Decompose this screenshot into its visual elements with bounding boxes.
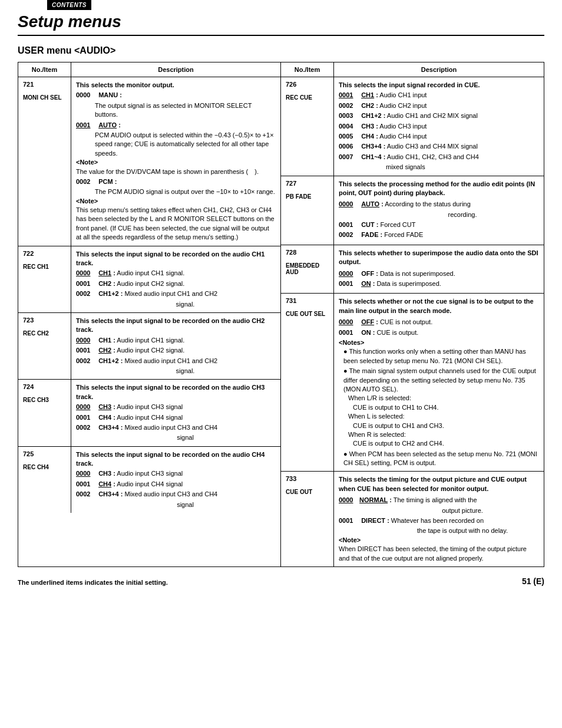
desc-731-note1: ● This function works only when a settin… — [339, 347, 539, 365]
desc-727-0000-cont: recording. — [386, 210, 539, 219]
desc-726-title: This selects the input signal recorded i… — [339, 81, 539, 90]
entry-727: 727 PB FADE This selects the processing … — [281, 176, 544, 245]
num-727: 727 — [286, 180, 329, 187]
entry-723: 723 REC CH2 This selects the input signa… — [18, 313, 280, 380]
desc-731-note2-l-text: CUE is output to CH1 and CH3. — [339, 421, 539, 430]
entry-722: 722 REC CH1 This selects the input signa… — [18, 246, 280, 313]
item-731: 731 CUE OUT SEL — [281, 294, 334, 471]
right-th-desc: Description — [334, 62, 544, 77]
desc-721-note1: <Note> — [76, 158, 276, 167]
code-725-0001: 0001 CH4 : Audio input CH4 signal — [76, 480, 276, 489]
page-title: Setup menus — [18, 12, 562, 31]
entry-728: 728 EMBEDDEDAUD This selects whether to … — [281, 245, 544, 294]
code-722-0000: 0000 CH1 : Audio input CH1 signal. — [76, 269, 276, 278]
code-726-0004: 0004 CH3 : Audio CH3 input — [339, 122, 539, 131]
label-726: REC CUE — [286, 88, 329, 101]
code-721-0002: 0002 PCM : — [76, 177, 276, 186]
code-722-0002: 0002 CH1+2 : Mixed audio input CH1 and C… — [76, 289, 276, 298]
desc-731-note3: ● When PCM has been selected as the setu… — [339, 450, 539, 468]
label-724: REC CH3 — [23, 390, 66, 403]
desc-724-title: This selects the input signal to be reco… — [76, 383, 276, 401]
desc-722: This selects the input signal to be reco… — [71, 246, 280, 312]
right-column: No./Item Description 726 REC CUE This se… — [281, 62, 544, 566]
code-723-0000: 0000 CH1 : Audio input CH1 signal. — [76, 336, 276, 345]
item-733: 733 CUE OUT — [281, 472, 334, 566]
desc-731-note2: ● The main signal system output channels… — [339, 367, 539, 394]
code-731-0000: 0000 OFF : CUE is not output. — [339, 318, 539, 327]
desc-721-manu: The output signal is as selected in MONI… — [95, 101, 276, 120]
desc-731-title: This selects whether or not the cue sign… — [339, 297, 539, 315]
desc-733-title: This selects the timing for the output p… — [339, 475, 539, 493]
code-725-0000: 0000 CH3 : Audio input CH3 signal — [76, 469, 276, 478]
desc-723: This selects the input signal to be reco… — [71, 313, 280, 379]
code-726-0002: 0002 CH2 : Audio CH2 input — [339, 101, 539, 110]
code-728-0000: 0000 OFF : Data is not superimposed. — [339, 269, 539, 278]
code-733-0000: 0000 NORMAL : The timing is aligned with… — [339, 496, 539, 505]
footer-note: The underlined items indicates the initi… — [18, 579, 168, 586]
item-726: 726 REC CUE — [281, 77, 334, 176]
code-726-0003: 0003 CH1+2 : Audio CH1 and CH2 MIX signa… — [339, 111, 539, 120]
num-733: 733 — [286, 475, 329, 482]
label-722: REC CH1 — [23, 257, 66, 270]
desc-726-0007-cont: mixed signals — [386, 163, 539, 172]
item-727: 727 PB FADE — [281, 176, 334, 245]
code-723-0001: 0001 CH2 : Audio input CH2 signal. — [76, 346, 276, 355]
entry-731: 731 CUE OUT SEL This selects whether or … — [281, 294, 544, 472]
desc-731-note2-l: When L is selected: — [339, 412, 539, 421]
desc-725: This selects the input signal to be reco… — [71, 447, 280, 513]
contents-tab-area: CONTENTS — [0, 0, 562, 10]
item-725: 725 REC CH4 — [18, 447, 71, 513]
desc-733-0001-cont: the tape is output with no delay. — [386, 526, 539, 535]
desc-721-note2: <Note> — [76, 197, 276, 206]
desc-728-title: This selects whether to superimpose the … — [339, 249, 539, 267]
code-727-0000: 0000 AUTO : According to the status duri… — [339, 200, 539, 209]
num-725: 725 — [23, 450, 66, 457]
desc-722-0002-cont: signal. — [95, 300, 276, 309]
entry-724: 724 REC CH3 This selects the input signa… — [18, 380, 280, 446]
desc-724: This selects the input signal to be reco… — [71, 380, 280, 446]
item-722: 722 REC CH1 — [18, 246, 71, 312]
left-table-header: No./Item Description — [18, 62, 280, 77]
desc-726: This selects the input signal recorded i… — [334, 77, 544, 176]
num-722: 722 — [23, 250, 66, 257]
entry-733: 733 CUE OUT This selects the timing for … — [281, 472, 544, 566]
desc-727: This selects the processing method for t… — [334, 176, 544, 245]
desc-733-0000-cont: output picture. — [386, 506, 539, 515]
label-721-moni: MONI CH SEL — [23, 88, 66, 101]
desc-728: This selects whether to superimpose the … — [334, 245, 544, 294]
code-721-0000: 0000 MANU : — [76, 91, 276, 100]
code-726-0001: 0001 CH1 : Audio CH1 input — [339, 91, 539, 100]
item-721: 721 MONI CH SEL — [18, 77, 71, 246]
code-721-0001: 0001 AUTO : — [76, 121, 276, 130]
code-724-0002: 0002 CH3+4 : Mixed audio input CH3 and C… — [76, 423, 276, 432]
title-rule — [18, 35, 544, 36]
code-722-0001: 0001 CH2 : Audio input CH2 signal. — [76, 279, 276, 288]
label-731: CUE OUT SEL — [286, 304, 329, 317]
entry-721: 721 MONI CH SEL This selects the monitor… — [18, 77, 280, 246]
desc-724-0002-cont: signal — [95, 433, 276, 442]
right-th-item: No./Item — [281, 62, 334, 77]
desc-731-note2-r-text: CUE is output to CH2 and CH4. — [339, 439, 539, 448]
code-733-0001: 0001 DIRECT : Whatever has been recorded… — [339, 516, 539, 525]
section-heading: USER menu <AUDIO> — [18, 45, 562, 56]
desc-721-auto: PCM AUDIO output is selected within the … — [95, 131, 276, 158]
code-727-0002: 0002 FADE : Forced FADE — [339, 230, 539, 239]
desc-731-note2-lr: When L/R is selected: — [339, 394, 539, 403]
code-728-0001: 0001 ON : Data is superimposed. — [339, 279, 539, 288]
left-th-item: No./Item — [18, 62, 71, 77]
desc-733: This selects the timing for the output p… — [334, 472, 544, 566]
desc-733-note-text: When DIRECT has been selected, the timin… — [339, 545, 539, 563]
desc-731-notes: <Notes> — [339, 338, 539, 347]
desc-725-0002-cont: signal — [95, 500, 276, 509]
desc-723-0002-cont: signal. — [95, 367, 276, 375]
contents-tab[interactable]: CONTENTS — [47, 0, 91, 10]
desc-721: This selects the monitor output. 0000 MA… — [71, 77, 280, 246]
num-724: 724 — [23, 383, 66, 390]
desc-731-note2-lr-text: CUE is output to CH1 to CH4. — [339, 403, 539, 412]
desc-721-note1-text: The value for the DV/DVCAM tape is shown… — [76, 167, 276, 176]
item-728: 728 EMBEDDEDAUD — [281, 245, 334, 294]
desc-731: This selects whether or not the cue sign… — [334, 294, 544, 471]
desc-721-pcm: The PCM AUDIO signal is output over the … — [95, 187, 276, 196]
code-725-0002: 0002 CH3+4 : Mixed audio input CH3 and C… — [76, 490, 276, 499]
main-table: No./Item Description 721 MONI CH SEL Thi… — [18, 62, 544, 567]
